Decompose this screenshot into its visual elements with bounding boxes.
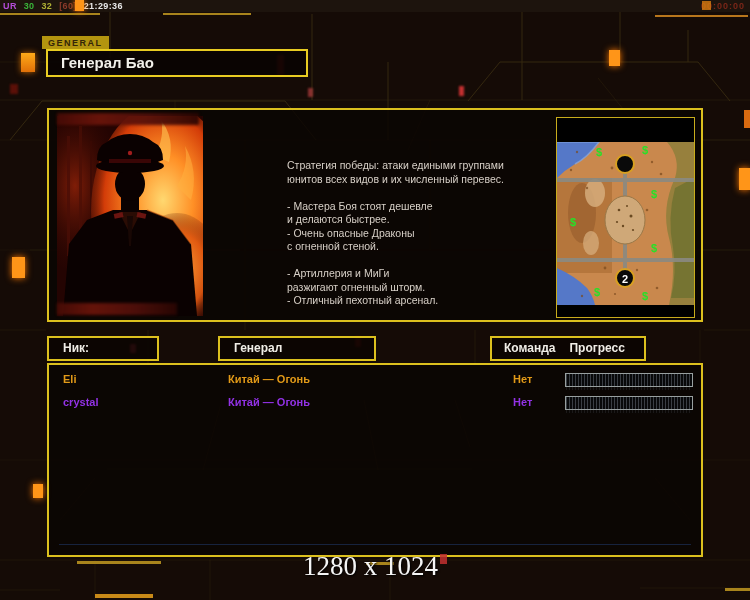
players-panel: Eli Китай — Огонь Нет crystal Китай — Ог… xyxy=(47,363,703,557)
progress-header-label: Прогресс xyxy=(569,338,624,359)
supply-marker: $ xyxy=(570,216,576,228)
general-bao-portrait xyxy=(57,116,203,316)
title-accent-square xyxy=(21,53,35,72)
briefing-line xyxy=(287,186,545,200)
glow-rect xyxy=(75,0,84,11)
players-header-general: Генерал xyxy=(218,336,376,361)
red-watermark-glyph xyxy=(440,554,447,564)
briefing-line: - Очень опасные Драконы xyxy=(287,227,545,241)
fps-segment: UR xyxy=(3,1,17,11)
briefing-line: - Отличный пехотный арсенал. xyxy=(287,294,545,308)
capture-topbar: UR 30 32 [60] 21:29:36 00:00:00 xyxy=(0,0,750,12)
player-team: Нет xyxy=(513,373,532,385)
team-header-label: Команда xyxy=(504,338,555,359)
briefing-line: и делаются быстрее. xyxy=(287,213,545,227)
glow-rect xyxy=(702,1,711,10)
hud-dash xyxy=(95,594,153,598)
glow-rect xyxy=(33,484,43,498)
red-smudge-top xyxy=(57,113,199,125)
briefing-line: - Мастера Боя стоят дешевле xyxy=(287,200,545,214)
commander-title-box: Генерал Бао xyxy=(46,49,308,77)
start-point-2-label: 2 xyxy=(622,273,628,285)
resolution-watermark: 1280 x 1024 xyxy=(0,551,750,582)
player-team: Нет xyxy=(513,396,532,408)
general-header-label: Генерал xyxy=(234,341,282,355)
loading-screen: UR 30 32 [60] 21:29:36 00:00:00 GENERAL … xyxy=(0,0,750,600)
minimap-image: 2 $ $ $ $ $ $ $ xyxy=(556,117,695,318)
commander-title: Генерал Бао xyxy=(61,54,154,71)
nick-header-label: Ник: xyxy=(63,341,89,355)
player-nick: Eli xyxy=(63,373,76,385)
supply-marker: $ xyxy=(594,286,600,298)
player-progress-bar xyxy=(565,396,693,410)
panel-bottom-line xyxy=(59,544,691,545)
players-header-nick: Ник: xyxy=(47,336,159,361)
fps-segment: 30 xyxy=(24,1,35,11)
hud-dash xyxy=(0,13,100,15)
supply-marker: $ xyxy=(642,290,648,302)
player-general: Китай — Огонь xyxy=(228,373,310,385)
player-progress-bar xyxy=(565,373,693,387)
resolution-text: 1280 x 1024 xyxy=(303,551,438,581)
briefing-line xyxy=(287,254,545,268)
red-smudge-bottom xyxy=(57,303,177,315)
red-dot xyxy=(10,84,18,94)
players-header-team-progress: Команда Прогресс xyxy=(490,336,646,361)
glow-rect xyxy=(744,110,750,128)
glow-rect xyxy=(12,257,25,278)
glow-rect xyxy=(739,168,750,190)
hud-dash xyxy=(725,588,750,591)
red-dot xyxy=(459,86,464,96)
general-tab: GENERAL xyxy=(42,36,109,49)
start-point-1 xyxy=(616,155,634,173)
briefing-line: юнитов всех видов и их численный перевес… xyxy=(287,173,545,187)
player-nick: crystal xyxy=(63,396,98,408)
briefing-line: разжигают огненный шторм. xyxy=(287,281,545,295)
fps-segment: 32 xyxy=(41,1,52,11)
player-row: Eli Китай — Огонь Нет xyxy=(49,371,697,389)
supply-marker: $ xyxy=(596,146,602,158)
hud-dash xyxy=(163,13,251,15)
briefing-panel: Стратегия победы: атаки едиными группами… xyxy=(47,108,703,322)
briefing-text: Стратегия победы: атаки едиными группами… xyxy=(287,159,545,308)
briefing-line: Стратегия победы: атаки едиными группами xyxy=(287,159,545,173)
supply-marker: $ xyxy=(642,144,648,156)
player-general: Китай — Огонь xyxy=(228,396,310,408)
glow-rect xyxy=(609,50,620,66)
supply-marker: $ xyxy=(651,242,657,254)
briefing-line: - Артиллерия и МиГи xyxy=(287,267,545,281)
player-row: crystal Китай — Огонь Нет xyxy=(49,394,697,412)
fps-clock: 21:29:36 xyxy=(84,1,123,11)
red-dot xyxy=(308,88,313,97)
hud-dash xyxy=(655,15,748,17)
fps-overlay: UR 30 32 [60] 21:29:36 xyxy=(3,1,127,11)
briefing-line: с огненной стеной. xyxy=(287,240,545,254)
supply-marker: $ xyxy=(651,188,657,200)
